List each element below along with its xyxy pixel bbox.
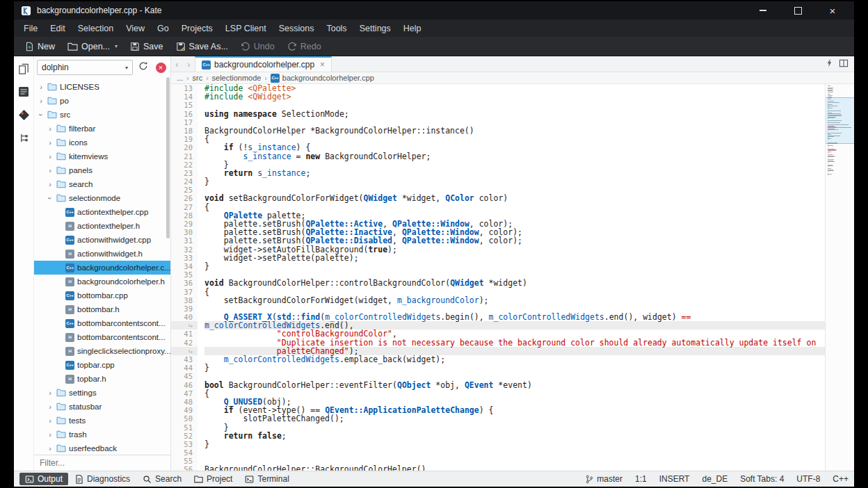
code-line[interactable]: #include <QWidget> — [204, 92, 825, 101]
toolview-project-button[interactable]: Project — [188, 473, 238, 485]
menu-edit[interactable]: Edit — [45, 22, 71, 35]
menu-go[interactable]: Go — [152, 22, 175, 35]
expander-icon[interactable]: › — [47, 180, 54, 188]
tree-item[interactable]: C++bottombar.cpp — [34, 288, 170, 302]
menu-tools[interactable]: Tools — [321, 22, 352, 35]
expander-icon[interactable]: › — [47, 152, 54, 161]
toolview-search-button[interactable]: Search — [137, 473, 187, 485]
tree-item[interactable]: Htopbar.h — [34, 372, 170, 386]
toolview-terminal-button[interactable]: Terminal — [239, 473, 294, 485]
tab-close-icon[interactable]: × — [320, 60, 325, 70]
tree-scrollbar[interactable] — [166, 77, 170, 238]
code-line[interactable]: BackgroundColorHelper *BackgroundColorHe… — [204, 127, 825, 135]
tree-item[interactable]: Hsingleclickselectionproxy... — [34, 344, 170, 358]
expander-icon[interactable]: › — [47, 402, 54, 411]
minimap-scrollbar[interactable] — [825, 84, 854, 471]
status-de-de[interactable]: de_DE — [702, 474, 728, 484]
code-line[interactable]: return s_instance; — [204, 169, 825, 177]
minimize-button[interactable] — [748, 1, 778, 19]
expander-icon[interactable]: › — [47, 138, 54, 147]
menu-projects[interactable]: Projects — [176, 22, 218, 35]
tree-item[interactable]: ›search — [34, 177, 170, 191]
tree-item[interactable]: ›userfeedback — [34, 441, 170, 455]
code-line[interactable]: } — [204, 262, 825, 270]
close-button[interactable]: × — [818, 1, 847, 19]
status-soft-tabs-4[interactable]: Soft Tabs: 4 — [740, 474, 784, 484]
tree-item[interactable]: C++bottombarcontentscont... — [34, 316, 170, 330]
sidebar-tool-git[interactable] — [15, 108, 32, 124]
code-view[interactable]: #include <QPalette>#include <QWidget>usi… — [204, 84, 825, 471]
tree-item[interactable]: C++actionwithwidget.cpp — [34, 233, 170, 247]
expander-icon[interactable]: › — [47, 416, 54, 425]
tree-item[interactable]: ›kitemviews — [34, 149, 170, 163]
expander-icon[interactable]: › — [47, 389, 54, 397]
expander-icon[interactable]: › — [38, 97, 45, 105]
tree-item[interactable]: C++backgroundcolorhelper.c... — [34, 261, 170, 275]
menu-settings[interactable]: Settings — [354, 22, 396, 35]
expander-icon[interactable]: › — [47, 166, 54, 174]
project-selector[interactable]: dolphin ▾ — [37, 60, 133, 75]
breadcrumb-item[interactable]: selectionmode — [212, 74, 262, 82]
new-button[interactable]: New — [19, 40, 60, 54]
split-view-icon[interactable] — [839, 58, 849, 70]
sidebar-tool-projects[interactable] — [15, 85, 32, 101]
status-1-1[interactable]: 1:1 — [635, 474, 647, 484]
tree-item[interactable]: C++topbar.cpp — [34, 358, 170, 372]
tree-item[interactable]: ›trash — [34, 428, 170, 441]
code-line[interactable]: void BackgroundColorHelper::controlBackg… — [204, 279, 825, 287]
maximize-button[interactable] — [783, 1, 812, 19]
status-master[interactable]: master — [586, 474, 622, 484]
code-line[interactable]: } — [204, 423, 825, 432]
menu-selection[interactable]: Selection — [72, 22, 119, 35]
open-button[interactable]: Open...▾ — [63, 40, 122, 54]
undo-button[interactable]: Undo — [236, 40, 280, 54]
tree-item[interactable]: ›tests — [34, 414, 170, 428]
menu-file[interactable]: File — [18, 22, 43, 35]
breadcrumb-item[interactable]: ... — [177, 74, 183, 82]
tab-history-forward[interactable]: › — [183, 56, 195, 72]
status-insert[interactable]: INSERT — [659, 474, 690, 484]
tree-item[interactable]: Hactiontexthelper.h — [34, 219, 170, 233]
code-line[interactable]: } — [204, 364, 825, 372]
status-c[interactable]: C++ — [833, 474, 849, 484]
code-line[interactable]: setBackgroundColorForWidget(widget, m_ba… — [204, 296, 825, 304]
tree-item[interactable]: C++actiontexthelper.cpp — [34, 205, 170, 219]
menu-help[interactable]: Help — [398, 22, 427, 35]
tree-item[interactable]: ›filterbar — [34, 122, 170, 136]
code-line[interactable]: { — [204, 389, 825, 398]
code-line[interactable]: } — [204, 177, 825, 186]
tree-item[interactable]: ›icons — [34, 136, 170, 149]
status-utf-8[interactable]: UTF-8 — [796, 474, 820, 484]
code-line[interactable] — [204, 448, 825, 457]
menu-view[interactable]: View — [120, 22, 150, 35]
expander-icon[interactable]: › — [46, 195, 54, 202]
sidebar-tool-symbols[interactable] — [15, 131, 32, 147]
menu-sessions[interactable]: Sessions — [273, 22, 320, 35]
code-line[interactable]: s_instance = new BackgroundColorHelper; — [204, 152, 825, 161]
tree-item[interactable]: ›selectionmode — [34, 191, 170, 205]
minimap-viewport[interactable] — [826, 97, 854, 144]
tab-backgroundcolorhelper[interactable]: C++ backgroundcolorhelper.cpp × — [195, 56, 332, 72]
expander-icon[interactable]: › — [47, 444, 54, 453]
redo-button[interactable]: Redo — [282, 40, 326, 54]
tree-item[interactable]: ›panels — [34, 163, 170, 177]
tree-item[interactable]: ›statusbar — [34, 400, 170, 414]
refresh-project-button[interactable] — [136, 60, 150, 74]
tree-item[interactable]: Hbottombar.h — [34, 302, 170, 316]
expander-icon[interactable]: › — [37, 111, 45, 118]
save-button[interactable]: Save — [125, 40, 168, 54]
tree-item[interactable]: ›src — [34, 108, 170, 122]
tree-item[interactable]: Hbottombarcontentscont... — [34, 330, 170, 344]
expander-icon[interactable]: › — [47, 430, 54, 439]
save-as-button[interactable]: Save As... — [171, 40, 233, 54]
breadcrumb-item[interactable]: src — [193, 74, 203, 82]
code-line[interactable]: void setBackgroundColorForWidget(QWidget… — [204, 194, 825, 202]
tree-item[interactable]: ›LICENSES — [34, 80, 170, 94]
code-line[interactable]: m_colorControlledWidgets.emplace_back(wi… — [204, 355, 825, 364]
code-line[interactable]: return false; — [204, 432, 825, 440]
tree-item[interactable]: ›settings — [34, 386, 170, 400]
breadcrumb-item[interactable]: C++backgroundcolorhelper.cpp — [271, 74, 374, 83]
sidebar-tool-documents[interactable] — [15, 62, 32, 79]
code-line[interactable]: slotPaletteChanged(); — [204, 414, 825, 423]
code-line[interactable]: BackgroundColorHelper::BackgroundColorHe… — [204, 465, 825, 471]
